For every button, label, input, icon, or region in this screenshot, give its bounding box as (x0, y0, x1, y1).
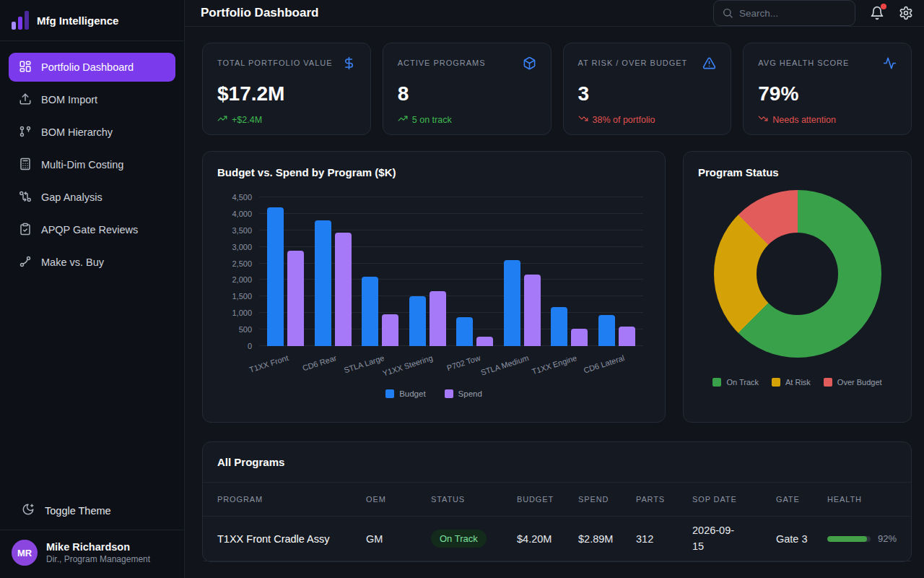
bar-budget (551, 307, 567, 346)
hierarchy-icon (19, 125, 32, 140)
donut-wrap (698, 190, 897, 358)
x-axis-label: CD6 Rear (302, 353, 338, 373)
sidebar-item-label: Multi-Dim Costing (41, 159, 123, 171)
bar-group (262, 197, 310, 346)
kpi-value: $17.2M (217, 82, 356, 105)
kpi-delta: 5 on track (398, 113, 536, 126)
kpi-card-at-risk-over-budget: AT RISK / OVER BUDGET338% of portfolio (563, 43, 732, 135)
cell-health: 92% (827, 533, 897, 544)
avatar: MR (12, 540, 38, 566)
bar-group (593, 197, 641, 346)
legend-swatch (712, 378, 721, 387)
cell-spend: $2.89M (578, 533, 636, 545)
settings-button[interactable] (899, 6, 913, 20)
table-title: All Programs (203, 442, 911, 483)
trend-down-icon (758, 113, 768, 126)
user-name: Mike Richardson (46, 541, 150, 553)
user-profile[interactable]: MR Mike Richardson Dir., Program Managem… (0, 530, 184, 578)
bar-spend (430, 291, 446, 346)
sidebar-item-make-vs-buy[interactable]: Make vs. Buy (9, 248, 175, 277)
bar-budget (409, 296, 426, 346)
kpi-delta-text: Needs attention (772, 115, 836, 125)
kpi-delta: +$2.4M (217, 113, 356, 126)
clipboard-check-icon (19, 223, 32, 238)
x-axis-label: T1XX Front (248, 353, 289, 374)
content: TOTAL PORTFOLIO VALUE$17.2M+$2.4MACTIVE … (185, 27, 924, 578)
x-axis-label: CD6 Lateral (583, 353, 626, 375)
trend-up-icon (217, 113, 227, 126)
legend-label: Spend (458, 389, 482, 398)
sidebar-item-label: BOM Hierarchy (41, 126, 113, 138)
column-header-oem: OEM (366, 495, 431, 504)
alert-triangle-icon (702, 56, 716, 73)
page-title: Portfolio Dashboard (201, 6, 318, 20)
search-box[interactable] (713, 0, 855, 26)
legend-swatch (824, 378, 832, 387)
bar-budget (598, 315, 615, 346)
y-axis-tick: 500 (239, 325, 252, 334)
search-input[interactable] (739, 8, 847, 19)
sidebar-item-bom-hierarchy[interactable]: BOM Hierarchy (9, 118, 175, 147)
table-body: T1XX Front Cradle AssyGMOn Track$4.20M$2… (203, 517, 911, 561)
column-header-program: PROGRAM (217, 495, 366, 504)
dashboard-icon (19, 60, 32, 75)
legend-label: At Risk (785, 378, 811, 387)
sidebar-nav: Portfolio DashboardBOM ImportBOM Hierarc… (0, 41, 184, 292)
kpi-delta: Needs attention (758, 113, 897, 126)
column-header-status: STATUS (431, 495, 517, 504)
bars (259, 197, 643, 346)
bar-spend (382, 314, 398, 346)
y-axis-tick: 2,500 (232, 259, 252, 268)
y-axis-tick: 0 (248, 342, 252, 350)
sidebar-item-label: APQP Gate Reviews (41, 224, 138, 236)
sidebar-item-multi-dim-costing[interactable]: Multi-Dim Costing (9, 150, 175, 179)
bar-budget (362, 277, 378, 346)
notifications-button[interactable] (870, 6, 884, 20)
upload-icon (19, 92, 32, 108)
cell-program: T1XX Front Cradle Assy (217, 533, 366, 545)
bar-group (404, 197, 452, 346)
branch-icon (19, 255, 32, 270)
top-header: Portfolio Dashboard (185, 0, 924, 27)
kpi-label: TOTAL PORTFOLIO VALUE (217, 56, 333, 67)
table-row[interactable]: T1XX Front Cradle AssyGMOn Track$4.20M$2… (203, 517, 911, 561)
y-axis-tick: 4,000 (232, 210, 252, 218)
x-axis-label: Y1XX Steering (381, 353, 433, 378)
logo-bars-icon (12, 11, 29, 30)
cell-parts: 312 (636, 533, 692, 545)
kpi-delta: 38% of portfolio (578, 113, 717, 126)
theme-toggle-button[interactable]: Toggle Theme (0, 494, 184, 530)
cell-status: On Track (431, 530, 517, 548)
legend-swatch (385, 389, 394, 398)
activity-icon (883, 56, 897, 73)
column-header-health: HEALTH (827, 495, 897, 504)
kpi-value: 79% (758, 82, 897, 105)
search-icon (722, 7, 733, 19)
donut-panel: Program Status On TrackAt RiskOver Budge… (683, 151, 912, 423)
x-axis-label: STLA Medium (479, 353, 529, 377)
kpi-delta-text: +$2.4M (232, 115, 262, 125)
status-badge: On Track (431, 530, 487, 548)
column-header-budget: BUDGET (517, 495, 578, 504)
legend-swatch (445, 389, 453, 398)
y-axis-tick: 3,500 (232, 226, 252, 235)
kpi-card-active-programs: ACTIVE PROGRAMS85 on track (383, 43, 552, 135)
health-bar-fill (827, 536, 867, 542)
sidebar-item-gap-analysis[interactable]: Gap Analysis (9, 183, 175, 212)
kpi-top: ACTIVE PROGRAMS (398, 56, 536, 73)
sidebar-item-bom-import[interactable]: BOM Import (9, 85, 175, 114)
sidebar-item-label: Gap Analysis (41, 191, 103, 203)
sidebar: Mfg Intelligence Portfolio DashboardBOM … (0, 0, 185, 578)
kpi-row: TOTAL PORTFOLIO VALUE$17.2M+$2.4MACTIVE … (202, 43, 912, 135)
legend-item-over-budget: Over Budget (824, 378, 882, 387)
sidebar-item-apqp-gate-reviews[interactable]: APQP Gate Reviews (9, 215, 175, 244)
bar-chart-title: Budget vs. Spend by Program ($K) (217, 166, 650, 178)
sidebar-item-portfolio-dashboard[interactable]: Portfolio Dashboard (9, 53, 175, 82)
kpi-delta-text: 5 on track (412, 115, 452, 125)
cell-gate: Gate 3 (776, 533, 827, 545)
y-axis-tick: 2,000 (232, 275, 252, 284)
bar-group (499, 197, 546, 346)
bar-chart: 05001,0001,5002,0002,5003,0003,5004,0004… (259, 197, 643, 346)
y-axis-tick: 4,500 (232, 193, 252, 202)
theme-toggle-label: Toggle Theme (45, 505, 111, 517)
